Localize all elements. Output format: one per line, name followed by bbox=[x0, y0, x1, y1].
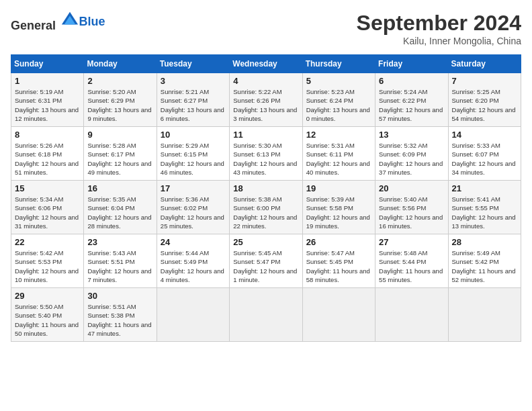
table-row: 8 Sunrise: 5:26 AM Sunset: 6:18 PM Dayli… bbox=[11, 127, 84, 181]
sunrise-time: Sunrise: 5:29 AM bbox=[161, 142, 209, 149]
calendar-header-row: Sunday Monday Tuesday Wednesday Thursday… bbox=[11, 55, 521, 73]
sunrise-time: Sunrise: 5:26 AM bbox=[15, 142, 63, 149]
sunset-time: Sunset: 5:42 PM bbox=[452, 258, 499, 265]
table-row: 4 Sunrise: 5:22 AM Sunset: 6:26 PM Dayli… bbox=[230, 73, 302, 127]
title-block: September 2024 Kailu, Inner Mongolia, Ch… bbox=[357, 11, 521, 46]
logo-icon bbox=[60, 11, 79, 30]
header-friday: Friday bbox=[375, 55, 448, 73]
daylight-hours: Daylight: 13 hours and 0 minutes. bbox=[306, 106, 370, 122]
day-number: 14 bbox=[452, 130, 517, 140]
day-info: Sunrise: 5:51 AM Sunset: 5:38 PM Dayligh… bbox=[87, 302, 152, 338]
daylight-hours: Daylight: 13 hours and 9 minutes. bbox=[87, 106, 151, 122]
day-number: 3 bbox=[161, 76, 226, 86]
day-number: 9 bbox=[87, 130, 152, 140]
sunrise-time: Sunrise: 5:47 AM bbox=[306, 249, 355, 257]
sunset-time: Sunset: 6:11 PM bbox=[306, 150, 353, 158]
table-row: 3 Sunrise: 5:21 AM Sunset: 6:27 PM Dayli… bbox=[157, 73, 229, 127]
table-row: 14 Sunrise: 5:33 AM Sunset: 6:07 PM Dayl… bbox=[448, 127, 521, 181]
sunrise-time: Sunrise: 5:28 AM bbox=[87, 142, 136, 149]
day-number: 25 bbox=[233, 237, 298, 247]
header-monday: Monday bbox=[84, 55, 157, 73]
day-info: Sunrise: 5:40 AM Sunset: 5:56 PM Dayligh… bbox=[379, 195, 444, 230]
day-number: 17 bbox=[161, 183, 226, 193]
sunset-time: Sunset: 5:51 PM bbox=[87, 258, 134, 265]
day-number: 13 bbox=[379, 130, 444, 140]
sunrise-time: Sunrise: 5:36 AM bbox=[161, 195, 209, 203]
day-number: 1 bbox=[15, 76, 80, 86]
table-row: 7 Sunrise: 5:25 AM Sunset: 6:20 PM Dayli… bbox=[448, 73, 521, 127]
daylight-hours: Daylight: 12 hours and 49 minutes. bbox=[87, 160, 151, 176]
sunset-time: Sunset: 6:27 PM bbox=[161, 97, 208, 104]
sunrise-time: Sunrise: 5:23 AM bbox=[306, 88, 355, 95]
table-row bbox=[302, 288, 375, 342]
day-info: Sunrise: 5:35 AM Sunset: 6:04 PM Dayligh… bbox=[87, 195, 152, 230]
logo: General Blue bbox=[11, 11, 105, 33]
month-title: September 2024 bbox=[357, 11, 521, 36]
table-row: 12 Sunrise: 5:31 AM Sunset: 6:11 PM Dayl… bbox=[302, 127, 375, 181]
location: Kailu, Inner Mongolia, China bbox=[357, 36, 521, 46]
sunset-time: Sunset: 5:49 PM bbox=[161, 258, 208, 265]
table-row: 5 Sunrise: 5:23 AM Sunset: 6:24 PM Dayli… bbox=[302, 73, 375, 127]
calendar-week-row: 8 Sunrise: 5:26 AM Sunset: 6:18 PM Dayli… bbox=[11, 127, 521, 181]
day-info: Sunrise: 5:44 AM Sunset: 5:49 PM Dayligh… bbox=[161, 248, 226, 284]
daylight-hours: Daylight: 13 hours and 6 minutes. bbox=[161, 106, 224, 122]
sunset-time: Sunset: 5:45 PM bbox=[306, 258, 353, 265]
daylight-hours: Daylight: 12 hours and 1 minute. bbox=[233, 267, 297, 283]
daylight-hours: Daylight: 12 hours and 19 minutes. bbox=[306, 214, 370, 230]
table-row: 9 Sunrise: 5:28 AM Sunset: 6:17 PM Dayli… bbox=[84, 127, 157, 181]
daylight-hours: Daylight: 11 hours and 52 minutes. bbox=[452, 267, 516, 283]
sunset-time: Sunset: 6:02 PM bbox=[161, 204, 208, 212]
table-row: 10 Sunrise: 5:29 AM Sunset: 6:15 PM Dayl… bbox=[157, 127, 229, 181]
day-info: Sunrise: 5:43 AM Sunset: 5:51 PM Dayligh… bbox=[87, 248, 152, 284]
daylight-hours: Daylight: 11 hours and 47 minutes. bbox=[87, 321, 151, 337]
daylight-hours: Daylight: 11 hours and 58 minutes. bbox=[306, 267, 370, 283]
sunset-time: Sunset: 6:13 PM bbox=[233, 150, 280, 158]
table-row: 11 Sunrise: 5:30 AM Sunset: 6:13 PM Dayl… bbox=[230, 127, 302, 181]
table-row: 6 Sunrise: 5:24 AM Sunset: 6:22 PM Dayli… bbox=[375, 73, 448, 127]
daylight-hours: Daylight: 11 hours and 55 minutes. bbox=[379, 267, 443, 283]
table-row: 20 Sunrise: 5:40 AM Sunset: 5:56 PM Dayl… bbox=[375, 181, 448, 234]
table-row: 1 Sunrise: 5:19 AM Sunset: 6:31 PM Dayli… bbox=[11, 73, 84, 127]
day-info: Sunrise: 5:19 AM Sunset: 6:31 PM Dayligh… bbox=[15, 87, 80, 123]
daylight-hours: Daylight: 12 hours and 10 minutes. bbox=[15, 267, 79, 283]
table-row bbox=[375, 288, 448, 342]
table-row: 21 Sunrise: 5:41 AM Sunset: 5:55 PM Dayl… bbox=[448, 181, 521, 234]
sunset-time: Sunset: 6:06 PM bbox=[15, 204, 62, 212]
table-row bbox=[230, 288, 302, 342]
sunset-time: Sunset: 6:29 PM bbox=[87, 97, 134, 104]
sunset-time: Sunset: 6:26 PM bbox=[233, 97, 280, 104]
day-info: Sunrise: 5:23 AM Sunset: 6:24 PM Dayligh… bbox=[306, 87, 371, 123]
day-number: 21 bbox=[452, 183, 517, 193]
daylight-hours: Daylight: 12 hours and 57 minutes. bbox=[379, 106, 443, 122]
day-info: Sunrise: 5:48 AM Sunset: 5:44 PM Dayligh… bbox=[379, 248, 444, 284]
table-row: 27 Sunrise: 5:48 AM Sunset: 5:44 PM Dayl… bbox=[375, 234, 448, 288]
logo-blue: Blue bbox=[79, 15, 105, 28]
sunrise-time: Sunrise: 5:20 AM bbox=[87, 88, 136, 95]
day-number: 29 bbox=[15, 291, 80, 301]
day-number: 27 bbox=[379, 237, 444, 247]
sunrise-time: Sunrise: 5:48 AM bbox=[379, 249, 427, 257]
sunrise-time: Sunrise: 5:43 AM bbox=[87, 249, 136, 257]
table-row: 26 Sunrise: 5:47 AM Sunset: 5:45 PM Dayl… bbox=[302, 234, 375, 288]
day-number: 28 bbox=[452, 237, 517, 247]
day-info: Sunrise: 5:33 AM Sunset: 6:07 PM Dayligh… bbox=[452, 141, 517, 177]
sunset-time: Sunset: 5:58 PM bbox=[306, 204, 353, 212]
daylight-hours: Daylight: 13 hours and 3 minutes. bbox=[233, 106, 297, 122]
day-info: Sunrise: 5:21 AM Sunset: 6:27 PM Dayligh… bbox=[161, 87, 226, 123]
logo-general: General bbox=[11, 19, 56, 32]
day-info: Sunrise: 5:26 AM Sunset: 6:18 PM Dayligh… bbox=[15, 141, 80, 177]
day-number: 20 bbox=[379, 183, 444, 193]
table-row: 16 Sunrise: 5:35 AM Sunset: 6:04 PM Dayl… bbox=[84, 181, 157, 234]
sunset-time: Sunset: 5:47 PM bbox=[233, 258, 280, 265]
daylight-hours: Daylight: 12 hours and 31 minutes. bbox=[15, 214, 79, 230]
sunset-time: Sunset: 6:18 PM bbox=[15, 150, 62, 158]
sunrise-time: Sunrise: 5:51 AM bbox=[87, 303, 136, 310]
sunrise-time: Sunrise: 5:41 AM bbox=[452, 195, 500, 203]
table-row: 17 Sunrise: 5:36 AM Sunset: 6:02 PM Dayl… bbox=[157, 181, 229, 234]
day-number: 2 bbox=[87, 76, 152, 86]
day-info: Sunrise: 5:29 AM Sunset: 6:15 PM Dayligh… bbox=[161, 141, 226, 177]
daylight-hours: Daylight: 11 hours and 50 minutes. bbox=[15, 321, 79, 337]
calendar-table: Sunday Monday Tuesday Wednesday Thursday… bbox=[11, 54, 521, 342]
table-row: 28 Sunrise: 5:49 AM Sunset: 5:42 PM Dayl… bbox=[448, 234, 521, 288]
sunrise-time: Sunrise: 5:32 AM bbox=[379, 142, 427, 149]
